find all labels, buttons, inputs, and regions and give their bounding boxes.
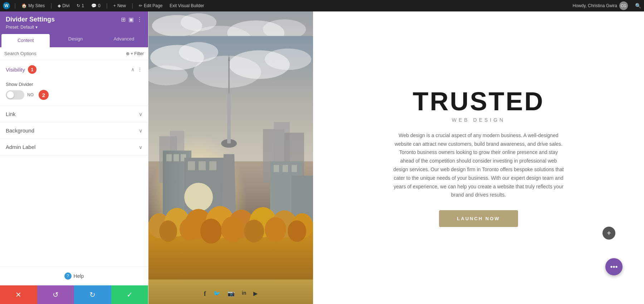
launch-button[interactable]: LAUNCH NOW: [439, 210, 518, 227]
nav-my-sites[interactable]: 🏠 My Sites: [20, 3, 46, 9]
canvas: f 🐦 📷 in ▶ TRUSTED WEB DESIGN Web design…: [148, 11, 644, 304]
edit-icon: ✏: [139, 3, 142, 8]
edit-page-label: Edit Page: [144, 3, 162, 8]
nav-divider-1: |: [14, 3, 16, 9]
new-label: New: [117, 3, 126, 8]
background-chevron: ∨: [139, 128, 142, 134]
svg-rect-34: [228, 58, 230, 93]
nav-edit-page[interactable]: ✏ Edit Page: [137, 3, 164, 9]
nav-updates[interactable]: ↻ 1: [75, 3, 86, 9]
avatar[interactable]: CG: [619, 1, 628, 10]
visibility-title-row: Visibility 1: [6, 65, 36, 74]
help-button[interactable]: ? Help: [64, 272, 84, 280]
wordpress-logo[interactable]: W: [3, 2, 10, 9]
more-icon[interactable]: ⋮: [137, 16, 142, 23]
redo-button[interactable]: ↻: [74, 285, 111, 304]
linkedin-icon[interactable]: in: [242, 290, 246, 298]
instagram-icon[interactable]: 📷: [228, 290, 235, 298]
background-header[interactable]: Background ∨: [0, 122, 148, 139]
svg-rect-25: [209, 161, 216, 170]
user-info: Howdy, Christina Gwira CG: [573, 1, 628, 10]
add-content-button[interactable]: +: [602, 227, 615, 240]
admin-label-header[interactable]: Admin Label ∨: [0, 139, 148, 155]
svg-rect-27: [274, 165, 279, 172]
svg-point-36: [184, 183, 213, 212]
admin-label-section: Admin Label ∨: [0, 139, 148, 155]
visibility-menu-icon[interactable]: ⋮: [137, 67, 142, 72]
show-divider-label: Show Divider: [6, 82, 142, 87]
undo-button[interactable]: ↺: [37, 285, 74, 304]
link-header[interactable]: Link ∨: [0, 106, 148, 122]
sidebar-panel: Divider Settings ⊞ ▣ ⋮ Preset: Default ▾…: [0, 11, 148, 304]
toggle-row: NO 2: [6, 90, 142, 100]
comments-icon: 💬: [91, 3, 97, 8]
facebook-icon[interactable]: f: [204, 290, 206, 298]
sidebar-title: Divider Settings: [6, 16, 55, 23]
sidebar-header: Divider Settings ⊞ ▣ ⋮ Preset: Default ▾: [0, 11, 148, 33]
svg-point-53: [288, 221, 306, 242]
visibility-header-right: ∧ ⋮: [131, 67, 142, 72]
save-button[interactable]: ✓: [111, 285, 148, 304]
hero-body-text: Web design is a crucial aspect of any mo…: [393, 131, 565, 199]
svg-rect-19: [166, 154, 172, 161]
nav-exit-builder[interactable]: Exit Visual Builder: [168, 3, 206, 9]
filter-icon: ⊕: [126, 51, 130, 56]
floating-dots-button[interactable]: •••: [605, 258, 623, 275]
responsive-icon[interactable]: ⊞: [121, 16, 126, 23]
search-bar: ⊕ + Filter: [0, 47, 148, 60]
nav-divider-4: |: [132, 3, 133, 9]
nav-divi[interactable]: ◆ Divi: [56, 3, 71, 9]
my-sites-label: My Sites: [28, 3, 45, 8]
nav-new[interactable]: + New: [112, 3, 127, 9]
sidebar-content: Visibility 1 ∧ ⋮ Show Divider: [0, 60, 148, 266]
toggle-track: [6, 90, 24, 100]
tab-content[interactable]: Content: [1, 34, 50, 47]
hero-title: TRUSTED: [413, 88, 545, 114]
toggle-label: NO: [27, 92, 34, 97]
preset-label[interactable]: Preset: Default ▾: [6, 25, 142, 30]
twitter-icon[interactable]: 🐦: [213, 290, 220, 298]
visibility-header[interactable]: Visibility 1 ∧ ⋮: [0, 60, 148, 79]
updates-icon: ↻: [77, 3, 80, 8]
tab-advanced[interactable]: Advanced: [100, 33, 148, 47]
svg-point-49: [200, 219, 222, 244]
tab-design[interactable]: Design: [51, 33, 99, 47]
visibility-badge: 1: [28, 65, 36, 74]
help-icon: ?: [64, 272, 72, 280]
svg-point-48: [180, 218, 200, 241]
background-title: Background: [6, 127, 34, 134]
link-chevron: ∨: [139, 111, 142, 117]
user-greeting: Howdy, Christina Gwira: [573, 3, 617, 8]
city-image-column: f 🐦 📷 in ▶: [148, 11, 313, 304]
nav-comments[interactable]: 💬 0: [90, 3, 102, 9]
updates-count: 1: [82, 3, 84, 8]
svg-rect-20: [174, 154, 179, 161]
nav-divider-2: |: [50, 3, 52, 9]
svg-point-50: [221, 217, 244, 242]
filter-label: + Filter: [131, 51, 144, 56]
filter-button[interactable]: ⊕ + Filter: [126, 51, 144, 56]
visibility-title: Visibility: [6, 67, 25, 73]
layout-icon[interactable]: ▣: [128, 16, 134, 23]
admin-label-title: Admin Label: [6, 144, 35, 150]
search-icon[interactable]: 🔍: [635, 3, 641, 9]
comments-count: 0: [98, 3, 101, 8]
background-section: Background ∨: [0, 122, 148, 139]
visibility-section: Visibility 1 ∧ ⋮ Show Divider: [0, 60, 148, 106]
search-input[interactable]: [4, 51, 123, 56]
svg-rect-28: [283, 165, 288, 172]
website-preview: f 🐦 📷 in ▶ TRUSTED WEB DESIGN Web design…: [148, 11, 644, 304]
sidebar-title-row: Divider Settings ⊞ ▣ ⋮: [6, 16, 142, 23]
toggle-switch[interactable]: [6, 90, 24, 100]
action-bar: ✕ ↺ ↻ ✓: [0, 285, 148, 304]
sidebar-footer: ? Help: [0, 266, 148, 285]
canvas-content: f 🐦 📷 in ▶ TRUSTED WEB DESIGN Web design…: [148, 11, 644, 304]
link-section: Link ∨: [0, 106, 148, 122]
exit-builder-label: Exit Visual Builder: [170, 3, 204, 8]
divi-icon: ◆: [58, 3, 61, 8]
nav-divider-3: |: [106, 3, 108, 9]
hero-subtitle: WEB DESIGN: [452, 117, 505, 123]
help-label: Help: [74, 273, 84, 279]
youtube-icon[interactable]: ▶: [253, 290, 258, 298]
cancel-button[interactable]: ✕: [0, 285, 37, 304]
